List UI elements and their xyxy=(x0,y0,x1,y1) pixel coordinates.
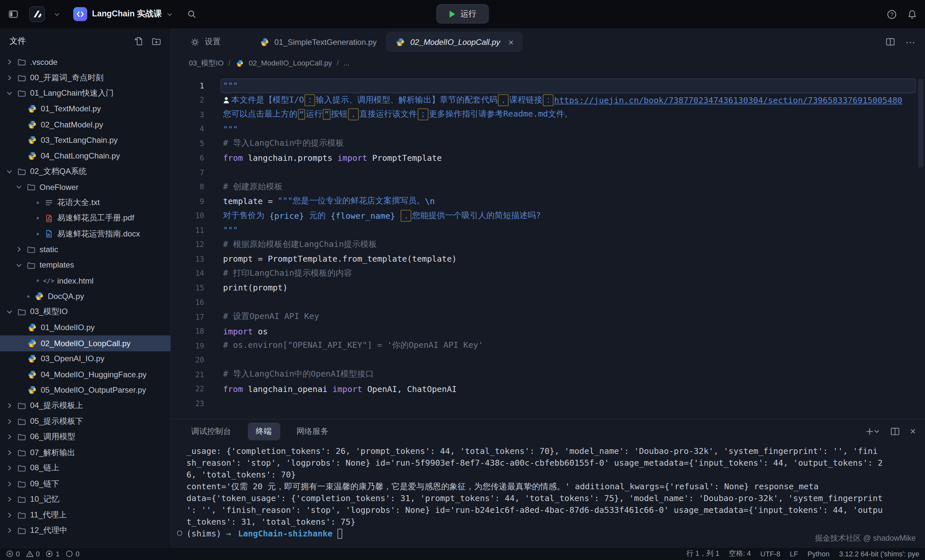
terminal-output[interactable]: _usage: {'completion_tokens': 26, 'promp… xyxy=(171,444,925,547)
status-language-mode[interactable]: Python xyxy=(807,550,830,558)
tab-02_ModelIO_LoopCall.py[interactable]: 02_ModelIO_LoopCall.py× xyxy=(386,32,523,52)
tree-file-DocQA.py[interactable]: DocQA.py xyxy=(0,288,170,304)
tree-folder-07_解析输出[interactable]: 07_解析输出 xyxy=(0,445,170,461)
app-logo-icon[interactable] xyxy=(29,6,45,22)
status-errors[interactable]: 0 xyxy=(6,550,20,558)
status-encoding[interactable]: UTF-8 xyxy=(761,550,780,558)
more-actions-icon[interactable]: ⋯ xyxy=(905,36,916,48)
tree-file-03_TextLangChain.py[interactable]: 03_TextLangChain.py xyxy=(0,132,170,148)
split-editor-icon[interactable] xyxy=(886,37,895,47)
code-line-19[interactable]: 19# os.environ["OPENAI_API_KEY"] = '你的Op… xyxy=(171,338,925,353)
code-editor[interactable]: 1"""2本文件是【模型I/O：输入提示、调用模型、解析输出】章节的配套代码，课… xyxy=(171,71,925,419)
breadcrumb-file[interactable]: 02_ModelIO_LoopCall.py xyxy=(249,59,332,67)
new-file-icon[interactable] xyxy=(134,37,143,46)
code-line-7[interactable]: 7 xyxy=(171,165,925,179)
tree-folder-OneFlower[interactable]: OneFlower xyxy=(0,179,170,195)
code-line-9[interactable]: 9template = """您是一位专业的鲜花店文案撰写员。\n xyxy=(171,194,925,208)
bottom-panel: 调试控制台终端网络服务 × _usage: {'completion_token… xyxy=(171,419,925,547)
tree-folder-08_链上[interactable]: 08_链上 xyxy=(0,461,170,476)
workspace-switcher[interactable]: LangChain 实战课 xyxy=(73,7,173,21)
tree-file-05_ModelIO_OutputParser.py[interactable]: 05_ModelIO_OutputParser.py xyxy=(0,382,170,398)
tree-folder-11_代理上[interactable]: 11_代理上 xyxy=(0,507,170,523)
status-hints[interactable]: 0 xyxy=(66,550,80,558)
chevron-icon xyxy=(15,246,23,253)
code-line-21[interactable]: 21# 导入LangChain中的OpenAI模型接口 xyxy=(171,367,925,381)
code-line-2[interactable]: 2本文件是【模型I/O：输入提示、调用模型、解析输出】章节的配套代码，课程链接：… xyxy=(171,93,925,107)
status-cursor-position[interactable]: 行 1，列 1 xyxy=(686,549,720,559)
tree-item-label: 12_代理中 xyxy=(30,525,67,536)
new-folder-icon[interactable] xyxy=(152,37,161,46)
chevron-down-icon[interactable] xyxy=(54,11,60,17)
code-line-15[interactable]: 15print(prompt) xyxy=(171,281,925,295)
tree-folder-05_提示模板下[interactable]: 05_提示模板下 xyxy=(0,414,170,429)
tree-file-易速鲜花员工手册.pdf[interactable]: 易速鲜花员工手册.pdf xyxy=(0,210,170,226)
close-panel-icon[interactable]: × xyxy=(910,426,916,437)
code-line-11[interactable]: 11""" xyxy=(171,223,925,237)
editor-scrollbar[interactable] xyxy=(918,79,923,167)
tree-file-01_ModelIO.py[interactable]: 01_ModelIO.py xyxy=(0,320,170,336)
split-terminal-icon[interactable] xyxy=(890,427,900,436)
terminal-prompt[interactable]: (shims)→LangChain-shizhanke xyxy=(187,528,925,539)
code-line-17[interactable]: 17# 设置OpenAI API Key xyxy=(171,309,925,324)
tree-folder-06_调用模型[interactable]: 06_调用模型 xyxy=(0,429,170,445)
code-line-23[interactable]: 23 xyxy=(171,396,925,411)
tree-file-index.html[interactable]: </>index.html xyxy=(0,273,170,288)
tree-folder-10_记忆[interactable]: 10_记忆 xyxy=(0,492,170,507)
code-line-10[interactable]: 10对于售价为 {price} 元的 {flower_name} ，您能提供一个… xyxy=(171,208,925,223)
status-indentation[interactable]: 空格: 4 xyxy=(729,549,751,559)
tree-file-04_ChatLongChain.py[interactable]: 04_ChatLongChain.py xyxy=(0,148,170,164)
sidebar-toggle-icon[interactable] xyxy=(8,9,18,19)
status-python-interpreter[interactable]: 3.12.2 64-bit ('shims': pye xyxy=(839,550,919,558)
tree-folder-.vscode[interactable]: .vscode xyxy=(0,54,170,70)
status-info[interactable]: 1 xyxy=(45,550,60,558)
tree-folder-04_提示模板上[interactable]: 04_提示模板上 xyxy=(0,398,170,414)
tree-folder-09_链下[interactable]: 09_链下 xyxy=(0,476,170,492)
code-line-4[interactable]: 4""" xyxy=(171,122,925,136)
code-line-20[interactable]: 20 xyxy=(171,353,925,367)
panel-tab-终端[interactable]: 终端 xyxy=(247,423,280,440)
code-line-8[interactable]: 8# 创建原始模板 xyxy=(171,179,925,194)
code-line-6[interactable]: 6from langchain.prompts import PromptTem… xyxy=(171,151,925,165)
code-line-18[interactable]: 18import os xyxy=(171,324,925,338)
tree-file-花语大全.txt[interactable]: 花语大全.txt xyxy=(0,195,170,210)
tree-file-03_OpenAI_IO.py[interactable]: 03_OpenAI_IO.py xyxy=(0,351,170,367)
breadcrumb-more[interactable]: ... xyxy=(343,59,350,67)
tree-file-易速鲜花运营指南.docx[interactable]: 易速鲜花运营指南.docx xyxy=(0,226,170,242)
panel-tab-调试控制台[interactable]: 调试控制台 xyxy=(191,423,231,440)
file-python-icon xyxy=(27,370,38,379)
tree-file-02_ModelIO_LoopCall.py[interactable]: 02_ModelIO_LoopCall.py xyxy=(0,335,170,351)
code-line-13[interactable]: 13prompt = PromptTemplate.from_template(… xyxy=(171,252,925,266)
search-icon[interactable] xyxy=(187,9,197,19)
prompt-venv: (shims) xyxy=(187,528,221,539)
tab-设置[interactable]: 设置 xyxy=(181,28,230,56)
tree-folder-templates[interactable]: templates xyxy=(0,257,170,273)
tree-file-04_ModelIO_HuggingFace.py[interactable]: 04_ModelIO_HuggingFace.py xyxy=(0,367,170,383)
code-line-content: # 导入LangChain中的OpenAI模型接口 xyxy=(221,367,916,381)
tree-folder-01_LangChain快速入门[interactable]: 01_LangChain快速入门 xyxy=(0,86,170,101)
help-icon[interactable]: ? xyxy=(887,9,897,20)
code-line-5[interactable]: 5# 导入LangChain中的提示模板 xyxy=(171,136,925,151)
tree-folder-12_代理中[interactable]: 12_代理中 xyxy=(0,523,170,539)
panel-tab-网络服务[interactable]: 网络服务 xyxy=(297,423,328,440)
code-line-3[interactable]: 3您可以点击最上方的“运行”按钮，直接运行该文件；更多操作指引请参考Readme… xyxy=(171,107,925,122)
tree-file-02_ChatModel.py[interactable]: 02_ChatModel.py xyxy=(0,117,170,132)
new-terminal-icon[interactable] xyxy=(865,427,880,436)
tree-folder-static[interactable]: static xyxy=(0,242,170,257)
code-line-12[interactable]: 12# 根据原始模板创建LangChain提示模板 xyxy=(171,237,925,252)
run-button[interactable]: 运行 xyxy=(436,4,489,24)
tree-file-01_TextModel.py[interactable]: 01_TextModel.py xyxy=(0,101,170,117)
code-line-14[interactable]: 14# 打印LangChain提示模板的内容 xyxy=(171,266,925,281)
code-line-1[interactable]: 1""" xyxy=(171,78,925,93)
code-line-16[interactable]: 16 xyxy=(171,295,925,309)
tree-folder-03_模型IO[interactable]: 03_模型IO xyxy=(0,304,170,320)
tree-folder-00_开篇词_奇点时刻[interactable]: 00_开篇词_奇点时刻 xyxy=(0,70,170,86)
code-line-22[interactable]: 22from langchain_openai import OpenAI, C… xyxy=(171,382,925,396)
tree-folder-02_文档QA系统[interactable]: 02_文档QA系统 xyxy=(0,164,170,179)
status-eol[interactable]: LF xyxy=(790,550,798,558)
bell-icon[interactable] xyxy=(907,9,917,20)
tab-01_SimpleTextGeneration.py[interactable]: 01_SimpleTextGeneration.py xyxy=(250,28,386,56)
breadcrumb-folder[interactable]: 03_模型IO xyxy=(189,58,223,68)
status-warnings[interactable]: 0 xyxy=(26,550,40,558)
close-icon[interactable]: × xyxy=(508,38,514,46)
folder-icon xyxy=(17,495,27,503)
